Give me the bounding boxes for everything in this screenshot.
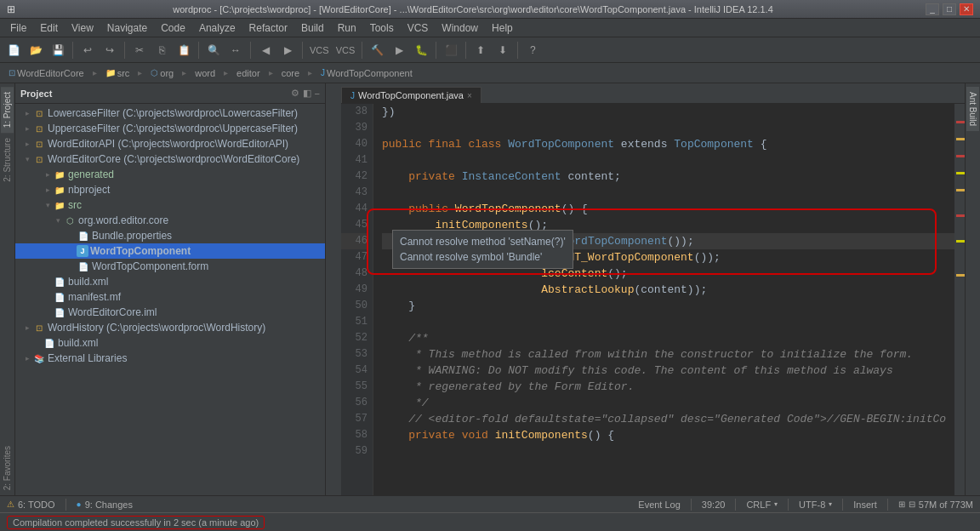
event-log-item[interactable]: Event Log (638, 500, 681, 510)
module-icon: ⊡ (32, 123, 46, 134)
code-line-52: /** (382, 330, 954, 346)
tree-label: WordTopComponent (90, 245, 191, 257)
error-marker3 (956, 214, 965, 217)
menu-file[interactable]: File (3, 20, 33, 36)
toolbar-build[interactable]: 🔨 (367, 40, 387, 60)
sidebar-layout[interactable]: ◧ (303, 88, 311, 99)
toolbar-back[interactable]: ◀ (255, 40, 276, 60)
insert-item[interactable]: Insert (853, 500, 877, 510)
bc-core[interactable]: core (276, 66, 305, 80)
line-sep-item[interactable]: CRLF ▾ (746, 500, 778, 510)
bc-arrow4: ▸ (224, 68, 228, 77)
toolbar-copy[interactable]: ⎘ (151, 40, 172, 60)
memory-item[interactable]: ⊞ ⊟ 57M of 773M (898, 500, 973, 510)
bc-arrow6: ▸ (308, 68, 312, 77)
tree-item-wordtopcomponent[interactable]: J WordTopComponent (15, 243, 325, 259)
vtab-favorites[interactable]: 2: Favorites (1, 441, 14, 495)
tree-item[interactable]: ▸ ⊡ WordEditorAPI (C:\projects\wordproc\… (15, 136, 325, 151)
toolbar-search[interactable]: 🔍 (203, 40, 224, 60)
toolbar-cut[interactable]: ✂ (129, 40, 150, 60)
tree-arrow: ▸ (43, 186, 53, 194)
tree-item[interactable]: 📄 WordEditorCore.iml (15, 305, 325, 320)
tree-item[interactable]: 📄 build.xml (15, 335, 325, 351)
toolbar-help[interactable]: ? (522, 40, 543, 60)
minimize-button[interactable]: _ (926, 3, 939, 15)
toolbar-sep2 (124, 42, 125, 59)
line-num: 45 (341, 217, 368, 233)
menu-vcs[interactable]: VCS (401, 20, 436, 36)
menu-tools[interactable]: Tools (363, 20, 401, 36)
bc-org[interactable]: ⬡ org (145, 66, 179, 80)
todo-item[interactable]: ⚠ 6: TODO (7, 500, 55, 510)
tree-item[interactable]: 📄 manifest.mf (15, 289, 325, 305)
tree-item[interactable]: ▸ 📁 generated (15, 167, 325, 182)
close-button[interactable]: ✕ (960, 3, 973, 15)
menu-code[interactable]: Code (154, 20, 192, 36)
toolbar-commit[interactable]: ⬆ (470, 40, 491, 60)
tree-item[interactable]: ▸ ⊡ WordHistory (C:\projects\wordproc\Wo… (15, 320, 325, 335)
toolbar-undo[interactable]: ↩ (77, 40, 98, 60)
toolbar-debug[interactable]: 🐛 (411, 40, 431, 60)
tree-item[interactable]: ▸ 📚 External Libraries (15, 351, 325, 366)
toolbar-open[interactable]: 📂 (26, 40, 46, 60)
code-line-50: } (382, 298, 954, 314)
vtab-project[interactable]: 1: Project (1, 87, 14, 133)
toolbar-sep1 (72, 42, 73, 59)
toolbar-stop[interactable]: ⬛ (441, 40, 461, 60)
tree-label: WordEditorCore (C:\projects\wordproc\Wor… (48, 153, 299, 165)
tree-label: build.xml (68, 276, 108, 288)
dropdown-icon2: ▾ (829, 500, 832, 508)
tree-item[interactable]: 📄 build.xml (15, 274, 325, 289)
menu-edit[interactable]: Edit (33, 20, 65, 36)
vtab-ant-build[interactable]: Ant Build (966, 87, 979, 131)
bc-word[interactable]: word (190, 66, 220, 80)
toolbar-paste[interactable]: 📋 (174, 40, 194, 60)
menu-analyze[interactable]: Analyze (192, 20, 242, 36)
bc-wordtopcomp[interactable]: J WordTopComponent (316, 66, 418, 80)
editor-tab-wordtopcomponent[interactable]: J WordTopComponent.java × (341, 87, 481, 103)
tree-item[interactable]: 📄 Bundle.properties (15, 228, 325, 243)
menu-window[interactable]: Window (435, 20, 485, 36)
line-num: 51 (341, 314, 368, 330)
title-bar: ⊞ wordproc - [C:\projects\wordproc] - [W… (0, 0, 980, 19)
tree-item[interactable]: ▸ ⊡ UppercaseFilter (C:\projects\wordpro… (15, 121, 325, 136)
menu-view[interactable]: View (65, 20, 100, 36)
xml-icon: 📄 (53, 276, 66, 288)
code-content[interactable]: }) public final class WordTopComponent e… (373, 104, 954, 495)
menu-build[interactable]: Build (294, 20, 331, 36)
toolbar-new[interactable]: 📄 (3, 40, 24, 60)
menu-navigate[interactable]: Navigate (100, 20, 154, 36)
bc-wordeditorcore[interactable]: ⊡ WordEditorCore (3, 66, 89, 80)
warn-marker1 (956, 138, 965, 140)
tree-label: WordEditorCore.iml (68, 306, 157, 318)
toolbar-redo[interactable]: ↪ (100, 40, 120, 60)
toolbar-forward[interactable]: ▶ (277, 40, 298, 60)
bc-editor[interactable]: editor (231, 66, 265, 80)
toolbar-save[interactable]: 💾 (48, 40, 68, 60)
tree-item-package[interactable]: ▾ ⬡ org.word.editor.core (15, 213, 325, 228)
tree-label: build.xml (58, 337, 98, 349)
tree-label: UppercaseFilter (C:\projects\wordproc\Up… (48, 123, 298, 134)
encoding-item[interactable]: UTF-8 ▾ (799, 500, 832, 510)
toolbar-run[interactable]: ▶ (389, 40, 409, 60)
tab-close-icon[interactable]: × (467, 91, 472, 100)
maximize-button[interactable]: □ (943, 3, 956, 15)
changes-item[interactable]: ● 9: Changes (77, 500, 133, 510)
bc-src[interactable]: 📁 src (100, 66, 135, 80)
tree-item[interactable]: ▸ ⊡ LowercaseFilter (C:\projects\wordpro… (15, 106, 325, 121)
toolbar-replace[interactable]: ↔ (225, 40, 246, 60)
toolbar-sep7 (436, 42, 436, 59)
tree-item-wordeditorcore[interactable]: ▾ ⊡ WordEditorCore (C:\projects\wordproc… (15, 151, 325, 167)
code-line-41 (382, 152, 954, 168)
tree-item-src[interactable]: ▾ 📁 src (15, 197, 325, 213)
menu-refactor[interactable]: Refactor (242, 20, 294, 36)
tree-item[interactable]: ▸ 📁 nbproject (15, 182, 325, 197)
vtab-structure[interactable]: 2: Structure (1, 133, 14, 187)
tree-item[interactable]: 📄 WordTopComponent.form (15, 259, 325, 274)
menu-help[interactable]: Help (485, 20, 520, 36)
toolbar-vcs2: VCS (333, 45, 358, 55)
menu-run[interactable]: Run (331, 20, 363, 36)
sidebar-settings[interactable]: ⚙ (291, 88, 299, 99)
toolbar-update[interactable]: ⬇ (493, 40, 513, 60)
sidebar-minimize[interactable]: − (315, 88, 320, 99)
